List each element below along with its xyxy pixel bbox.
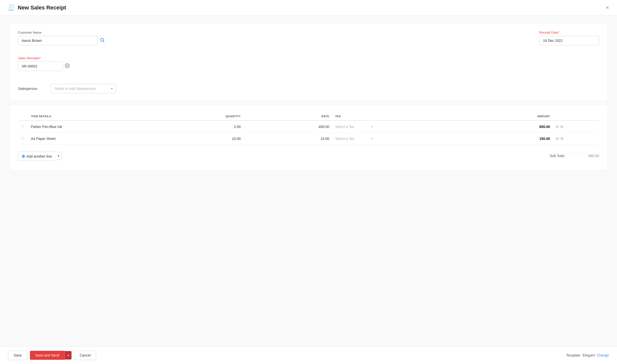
save-and-send-group: Save and Send ▾ (30, 351, 72, 360)
customer-name-group: Customer Name (18, 31, 529, 45)
delete-icon[interactable]: ⊗ (560, 124, 563, 129)
receipt-date-label: Receipt Date* (539, 31, 599, 34)
receipt-date-input[interactable] (539, 36, 599, 45)
table-header-row: ITEM DETAILS QUANTITY RATE TAX AMOUNT (18, 112, 599, 121)
subtotal-label: Sub Total (550, 154, 564, 158)
template-label: Template: 'Elegant' (566, 353, 595, 357)
subtotal-section: Sub Total 950.00 (550, 154, 599, 158)
modal-container: 🧾 New Sales Receipt × Customer Name (0, 0, 617, 364)
item-name-cell: Parker Pen-Blue Ink (28, 121, 155, 133)
salesperson-select-wrapper: Select or Add Salesperson (51, 84, 116, 93)
sales-receipt-num-input-row (18, 61, 70, 71)
drag-col-header (18, 112, 28, 121)
subtotal-value: 950.00 (574, 154, 599, 158)
quantity-header: QUANTITY (155, 112, 243, 121)
footer-left: Save Save and Send ▾ Cancel (8, 351, 96, 360)
rate-header: RATE (244, 112, 332, 121)
quantity-cell (155, 121, 243, 133)
tax-select-wrapper: Select a Tax (335, 137, 375, 141)
receipt-icon: 🧾 (8, 4, 15, 11)
item-name-cell: A4 Paper Sheet (28, 133, 155, 145)
tax-select[interactable]: Select a Tax (335, 125, 375, 129)
salesperson-label: Salesperson (18, 87, 43, 91)
save-and-send-button[interactable]: Save and Send (30, 351, 65, 360)
gear-icon (65, 63, 70, 68)
settings-button[interactable] (65, 63, 70, 69)
table-row: ⠿ A4 Paper Sheet (18, 133, 599, 145)
add-line-subtotal-row: ⊕ Add another line ▾ Sub Total 950.00 (18, 149, 599, 163)
customer-search-button[interactable] (100, 38, 105, 44)
add-line-dropdown-button[interactable]: ▾ (55, 152, 62, 160)
modal-footer: Save Save and Send ▾ Cancel Template: 'E… (0, 346, 617, 364)
rate-input[interactable] (309, 137, 329, 141)
customer-name-label: Customer Name (18, 31, 529, 34)
drag-handle-cell: ⠿ (18, 133, 28, 145)
salesperson-row: Salesperson Select or Add Salesperson (18, 84, 599, 93)
item-name: Parker Pen-Blue Ink (31, 125, 62, 129)
row-actions-cell: ⧉ ⊗ (553, 133, 599, 145)
actions-header (553, 112, 599, 121)
add-line-label: Add another line (26, 154, 52, 158)
salesperson-select[interactable]: Select or Add Salesperson (51, 84, 116, 93)
sales-receipt-num-group: Sales Receipt#* (18, 56, 70, 71)
receipt-date-group: Receipt Date* (539, 31, 599, 45)
sales-receipt-num-row: Sales Receipt#* (18, 56, 599, 71)
tax-header: TAX (332, 112, 489, 121)
sales-receipt-num-input[interactable] (18, 61, 63, 71)
template-change-button[interactable]: Change (597, 353, 609, 357)
sales-receipt-num-label: Sales Receipt#* (18, 56, 70, 60)
add-line-container: ⊕ Add another line ▾ (18, 151, 62, 161)
drag-handle-cell: ⠿ (18, 121, 28, 133)
chevron-down-icon: ▾ (58, 154, 59, 158)
amount-cell: 800.00 (489, 121, 553, 133)
modal-body: Customer Name Receipt Date* (0, 16, 617, 346)
tax-cell: Select a Tax (332, 133, 489, 145)
footer-right: Template: 'Elegant' Change (566, 353, 609, 357)
modal-header: 🧾 New Sales Receipt × (0, 0, 617, 16)
tax-select-wrapper: Select a Tax (335, 125, 375, 129)
items-section: ITEM DETAILS QUANTITY RATE TAX AMOUNT ⠿ (10, 105, 607, 170)
table-body: ⠿ Parker Pen-Blue Ink (18, 121, 599, 145)
customer-date-row: Customer Name Receipt Date* (18, 31, 599, 45)
rate-input[interactable] (309, 125, 329, 129)
search-icon (100, 38, 105, 43)
rate-cell (244, 121, 332, 133)
save-and-send-dropdown-button[interactable]: ▾ (65, 351, 72, 360)
item-name: A4 Paper Sheet (31, 137, 56, 141)
item-details-header: ITEM DETAILS (28, 112, 155, 121)
svg-line-1 (103, 41, 104, 42)
quantity-input[interactable] (221, 137, 241, 141)
modal-title: New Sales Receipt (18, 4, 66, 11)
plus-icon: ⊕ (22, 154, 25, 159)
drag-handle-icon[interactable]: ⠿ (21, 124, 25, 129)
copy-icon[interactable]: ⧉ (556, 136, 559, 141)
drag-handle-icon[interactable]: ⠿ (21, 136, 25, 141)
tax-select[interactable]: Select a Tax (335, 137, 375, 141)
delete-icon[interactable]: ⊗ (560, 136, 563, 141)
items-table: ITEM DETAILS QUANTITY RATE TAX AMOUNT ⠿ (18, 112, 599, 145)
chevron-down-icon: ▾ (68, 354, 69, 357)
quantity-cell (155, 133, 243, 145)
row-actions-cell: ⧉ ⊗ (553, 121, 599, 133)
table-row: ⠿ Parker Pen-Blue Ink (18, 121, 599, 133)
quantity-input[interactable] (221, 125, 241, 129)
close-button[interactable]: × (606, 5, 609, 10)
add-another-line-button[interactable]: ⊕ Add another line (18, 152, 55, 161)
save-button[interactable]: Save (8, 351, 27, 360)
amount-header: AMOUNT (489, 112, 553, 121)
row-actions: ⧉ ⊗ (556, 124, 596, 129)
customer-name-input[interactable] (18, 36, 98, 45)
copy-icon[interactable]: ⧉ (556, 124, 559, 129)
table-header: ITEM DETAILS QUANTITY RATE TAX AMOUNT (18, 112, 599, 121)
tax-cell: Select a Tax (332, 121, 489, 133)
customer-name-input-row (18, 36, 529, 45)
amount-cell: 150.00 (489, 133, 553, 145)
modal-header-left: 🧾 New Sales Receipt (8, 4, 66, 11)
rate-cell (244, 133, 332, 145)
row-actions: ⧉ ⊗ (556, 136, 596, 141)
svg-point-2 (67, 65, 68, 66)
cancel-button[interactable]: Cancel (74, 351, 96, 360)
form-section-top: Customer Name Receipt Date* (10, 24, 607, 100)
